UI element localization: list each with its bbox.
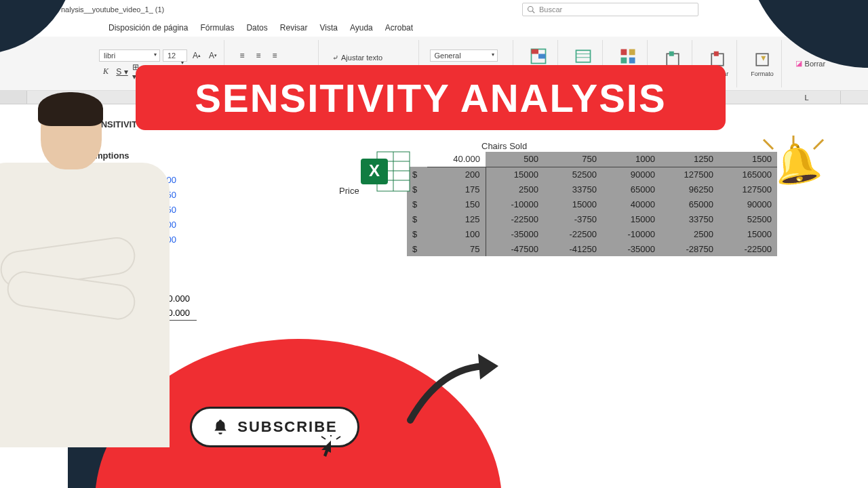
svg-line-29: [336, 436, 340, 439]
font-name-select[interactable]: libri: [99, 49, 160, 62]
decrease-font-icon[interactable]: A▾: [206, 49, 220, 62]
svg-rect-5: [576, 50, 591, 62]
underline-button[interactable]: S ▾: [115, 65, 129, 79]
menu-formulas[interactable]: Fórmulas: [200, 23, 234, 33]
svg-text:X: X: [369, 161, 380, 180]
banner-text: SENSITIVITY ANALYSIS: [195, 75, 666, 121]
data-table-grid[interactable]: 40.000500750100012501500$200150005250090…: [407, 152, 777, 256]
svg-rect-8: [621, 49, 627, 55]
cell-styles-icon: [618, 47, 637, 66]
align-bottom-icon[interactable]: ≡: [268, 49, 281, 62]
menu-review[interactable]: Revisar: [280, 23, 308, 33]
arrow-icon: [400, 346, 509, 434]
search-input[interactable]: Buscar: [522, 3, 698, 16]
svg-line-25: [814, 140, 823, 149]
svg-rect-3: [532, 49, 539, 54]
svg-point-0: [528, 7, 534, 12]
conditional-format-icon: [529, 47, 548, 66]
title-banner: SENSITIVITY ANALYSIS: [136, 65, 726, 130]
bell-motion-lines: [760, 136, 827, 190]
increase-font-icon[interactable]: A▴: [190, 49, 203, 62]
wrap-text-button[interactable]: ⤶ Ajustar texto: [330, 54, 414, 62]
search-icon: [527, 5, 535, 14]
svg-rect-11: [629, 57, 635, 63]
svg-line-28: [321, 436, 326, 439]
svg-rect-13: [669, 51, 674, 56]
svg-rect-4: [538, 54, 546, 58]
data-table-col-label: Chairs Sold: [481, 141, 527, 151]
svg-line-1: [532, 11, 534, 13]
menu-acrobat[interactable]: Acrobat: [385, 23, 413, 33]
number-format-select[interactable]: General: [430, 49, 498, 62]
svg-rect-10: [621, 57, 627, 63]
font-size-select[interactable]: 12: [163, 49, 187, 62]
menu-view[interactable]: Vista: [319, 23, 337, 33]
italic-button[interactable]: K: [99, 65, 113, 79]
align-top-icon[interactable]: ≡: [235, 49, 249, 62]
menu-data[interactable]: Datos: [246, 23, 267, 33]
align-middle-icon[interactable]: ≡: [252, 49, 265, 62]
wrap-text-icon: ⤶: [332, 54, 338, 62]
subscribe-bell-icon: [212, 418, 229, 436]
data-table-row-label: Price: [339, 186, 359, 196]
format-table-icon: [574, 47, 593, 66]
data-table: Chairs Sold Price 40.0005007501000125015…: [407, 152, 777, 256]
subscribe-label: SUBSCRIBE: [237, 418, 338, 436]
decor-top-left: [0, 0, 95, 68]
excel-icon: X: [359, 149, 412, 194]
svg-rect-9: [629, 49, 635, 55]
presenter-photo: [0, 95, 176, 488]
menu-layout[interactable]: Disposición de página: [108, 23, 188, 33]
svg-line-24: [764, 140, 773, 149]
decor-top-right: [705, 0, 868, 95]
click-cursor-icon: [319, 435, 353, 469]
menu-help[interactable]: Ayuda: [350, 23, 373, 33]
